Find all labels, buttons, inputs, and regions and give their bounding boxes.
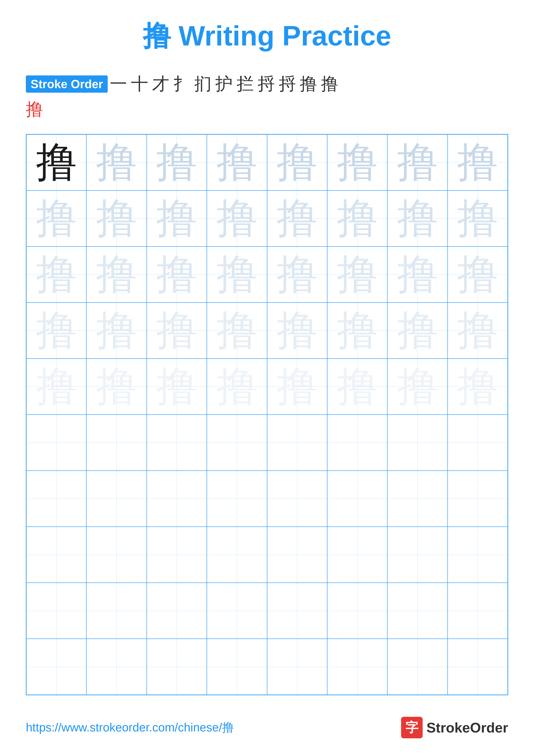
grid-cell-r2c7[interactable]: 撸 <box>387 191 447 247</box>
grid-cell-r8c6[interactable] <box>327 527 387 583</box>
grid-cell-r7c6[interactable] <box>327 471 387 527</box>
grid-cell-r9c4[interactable] <box>207 583 267 639</box>
char-r2c3: 撸 <box>156 191 197 246</box>
grid-cell-r3c4[interactable]: 撸 <box>207 247 267 303</box>
grid-cell-r4c6[interactable]: 撸 <box>327 303 387 359</box>
grid-cell-r9c5[interactable] <box>267 583 327 639</box>
char-r1c4: 撸 <box>216 135 257 190</box>
grid-cell-r5c2[interactable]: 撸 <box>87 359 146 415</box>
grid-cell-r2c4[interactable]: 撸 <box>207 191 267 247</box>
grid-cell-r8c7[interactable] <box>387 527 447 583</box>
grid-cell-r7c8[interactable] <box>447 471 508 527</box>
grid-cell-r4c4[interactable]: 撸 <box>207 303 267 359</box>
grid-cell-r1c7[interactable]: 撸 <box>387 134 447 191</box>
grid-cell-r1c2[interactable]: 撸 <box>87 134 146 191</box>
grid-cell-r10c1[interactable] <box>26 639 87 695</box>
grid-cell-r9c7[interactable] <box>387 583 447 639</box>
grid-cell-r5c5[interactable]: 撸 <box>267 359 327 415</box>
grid-cell-r2c6[interactable]: 撸 <box>327 191 387 247</box>
grid-cell-r7c5[interactable] <box>267 471 327 527</box>
grid-cell-r5c1[interactable]: 撸 <box>26 359 87 415</box>
grid-cell-r2c2[interactable]: 撸 <box>87 191 146 247</box>
grid-cell-r6c2[interactable] <box>87 415 146 471</box>
char-r4c8: 撸 <box>457 303 498 358</box>
grid-cell-r7c1[interactable] <box>26 471 87 527</box>
grid-cell-r1c1[interactable]: 撸 <box>26 134 87 191</box>
stroke-7: 拦 <box>237 72 254 96</box>
grid-cell-r6c8[interactable] <box>447 415 508 471</box>
grid-cell-r7c7[interactable] <box>387 471 447 527</box>
grid-cell-r4c3[interactable]: 撸 <box>147 303 207 359</box>
grid-cell-r10c2[interactable] <box>87 639 146 695</box>
grid-cell-r7c4[interactable] <box>207 471 267 527</box>
grid-cell-r2c1[interactable]: 撸 <box>26 191 87 247</box>
grid-cell-r9c1[interactable] <box>26 583 87 639</box>
grid-cell-r3c1[interactable]: 撸 <box>26 247 87 303</box>
grid-cell-r3c5[interactable]: 撸 <box>267 247 327 303</box>
grid-cell-r4c7[interactable]: 撸 <box>387 303 447 359</box>
char-r3c2: 撸 <box>96 247 137 302</box>
grid-cell-r7c2[interactable] <box>87 471 146 527</box>
stroke-3: 才 <box>152 72 169 96</box>
grid-cell-r8c8[interactable] <box>447 527 508 583</box>
grid-cell-r3c3[interactable]: 撸 <box>147 247 207 303</box>
grid-cell-r9c3[interactable] <box>147 583 207 639</box>
grid-cell-r8c3[interactable] <box>147 527 207 583</box>
grid-cell-r6c6[interactable] <box>327 415 387 471</box>
char-r1c1: 撸 <box>36 135 77 190</box>
grid-cell-r10c4[interactable] <box>207 639 267 695</box>
grid-cell-r1c8[interactable]: 撸 <box>447 134 508 191</box>
grid-cell-r10c7[interactable] <box>387 639 447 695</box>
stroke-4: 扌 <box>173 72 191 96</box>
footer-logo: 字 <box>401 717 423 738</box>
grid-cell-r4c5[interactable]: 撸 <box>267 303 327 359</box>
grid-cell-r4c8[interactable]: 撸 <box>447 303 508 359</box>
page-title: 撸 Writing Practice <box>26 17 508 55</box>
grid-cell-r4c1[interactable]: 撸 <box>26 303 87 359</box>
grid-cell-r7c3[interactable] <box>147 471 207 527</box>
grid-cell-r1c4[interactable]: 撸 <box>207 134 267 191</box>
grid-cell-r2c5[interactable]: 撸 <box>267 191 327 247</box>
footer-brand: 字 StrokeOrder <box>401 717 508 738</box>
grid-cell-r8c5[interactable] <box>267 527 327 583</box>
grid-cell-r3c2[interactable]: 撸 <box>87 247 146 303</box>
grid-cell-r10c5[interactable] <box>267 639 327 695</box>
grid-cell-r8c1[interactable] <box>26 527 87 583</box>
char-r2c4: 撸 <box>216 191 257 246</box>
grid-cell-r9c2[interactable] <box>87 583 146 639</box>
char-r2c7: 撸 <box>397 191 438 246</box>
grid-cell-r3c8[interactable]: 撸 <box>447 247 508 303</box>
grid-cell-r5c4[interactable]: 撸 <box>207 359 267 415</box>
grid-cell-r1c3[interactable]: 撸 <box>147 134 207 191</box>
practice-grid: 撸 撸 撸 撸 撸 撸 撸 撸 撸 撸 撸 撸 撸 撸 撸 撸 撸 撸 撸 撸 … <box>26 134 508 695</box>
grid-cell-r2c3[interactable]: 撸 <box>147 191 207 247</box>
grid-cell-r5c7[interactable]: 撸 <box>387 359 447 415</box>
grid-cell-r10c6[interactable] <box>327 639 387 695</box>
grid-cell-r10c3[interactable] <box>147 639 207 695</box>
grid-cell-r6c5[interactable] <box>267 415 327 471</box>
grid-cell-r8c2[interactable] <box>87 527 146 583</box>
grid-cell-r5c6[interactable]: 撸 <box>327 359 387 415</box>
grid-cell-r5c8[interactable]: 撸 <box>447 359 508 415</box>
page: 撸 Writing Practice Stroke Order 一 十 才 扌 … <box>0 0 534 756</box>
grid-cell-r6c7[interactable] <box>387 415 447 471</box>
grid-cell-r4c2[interactable]: 撸 <box>87 303 146 359</box>
char-r1c8: 撸 <box>457 135 498 190</box>
grid-cell-r9c8[interactable] <box>447 583 508 639</box>
grid-cell-r9c6[interactable] <box>327 583 387 639</box>
grid-cell-r2c8[interactable]: 撸 <box>447 191 508 247</box>
char-r4c5: 撸 <box>277 303 318 358</box>
grid-cell-r5c3[interactable]: 撸 <box>147 359 207 415</box>
grid-cell-r10c8[interactable] <box>447 639 508 695</box>
grid-cell-r8c4[interactable] <box>207 527 267 583</box>
stroke-order-row: Stroke Order 一 十 才 扌 扪 护 拦 捋 捋 撸 撸 <box>26 72 508 96</box>
grid-cell-r6c3[interactable] <box>147 415 207 471</box>
grid-cell-r3c7[interactable]: 撸 <box>387 247 447 303</box>
grid-cell-r1c6[interactable]: 撸 <box>327 134 387 191</box>
char-r5c7: 撸 <box>397 359 438 414</box>
grid-cell-r6c1[interactable] <box>26 415 87 471</box>
grid-cell-r1c5[interactable]: 撸 <box>267 134 327 191</box>
grid-cell-r3c6[interactable]: 撸 <box>327 247 387 303</box>
stroke-final-char: 撸 <box>26 100 43 119</box>
grid-cell-r6c4[interactable] <box>207 415 267 471</box>
